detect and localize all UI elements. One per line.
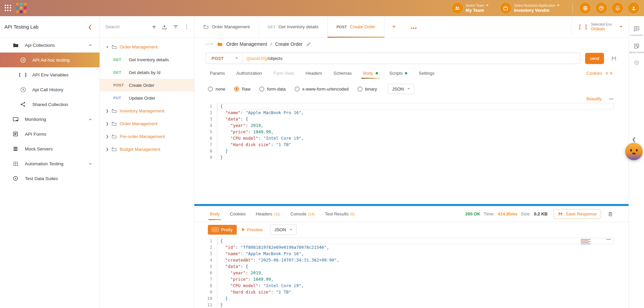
tab-scripts[interactable]: Scripts [389, 66, 408, 80]
chevron-right-icon: ❯ [105, 122, 110, 126]
new-tab-button[interactable]: + [385, 16, 404, 37]
tab-post-create-order[interactable]: POST Create Order [328, 16, 384, 37]
url-input[interactable]: {{baseUrl}}/objects [242, 56, 580, 61]
tree-request-selected[interactable]: POST Create Order [100, 79, 194, 92]
language-button[interactable] [579, 2, 591, 14]
tab-schemas[interactable]: Schemas [334, 66, 352, 80]
sidebar-item-label: Test Data Suites [25, 176, 92, 181]
content-type-select[interactable]: JSON [388, 84, 414, 94]
pretty-view-button[interactable]: <>Pretty [208, 225, 237, 235]
request-body-editor[interactable]: 1{2 "name": "Apple MacBook Pro 16",3 "da… [200, 103, 614, 161]
tab-headers[interactable]: Headers [306, 66, 322, 80]
tree-folder[interactable]: ❯ Pre-order Management [100, 130, 194, 143]
radio-raw[interactable]: Raw [234, 87, 251, 92]
code-expand-icon[interactable]: < > [606, 71, 613, 76]
tree-folder[interactable]: ❯ Order Management [100, 117, 194, 130]
size-value: 0.2 KB [534, 211, 547, 216]
tree-folder[interactable]: ❯ Inventory Management [100, 104, 194, 117]
collapse-editor-handle[interactable] [609, 99, 614, 99]
assistant-mascot-button[interactable] [625, 143, 643, 160]
radio-binary[interactable]: binary [357, 87, 377, 92]
response-format-select[interactable]: JSON [270, 225, 297, 235]
beautify-button[interactable]: Beautify [586, 97, 602, 101]
form-icon [12, 131, 19, 137]
tree-folder[interactable]: ▾ Order Management [100, 40, 194, 53]
comments-label: Comments [630, 34, 643, 37]
sidebar-item-api-call-history[interactable]: Api Call History [0, 82, 100, 97]
tree-folder[interactable]: ❯ Budget Management [100, 143, 194, 156]
collapse-response-handle[interactable] [606, 239, 611, 240]
environment-selector[interactable]: [ ] Selected Env Globals [571, 16, 629, 37]
sidebar-item-monitoring[interactable]: Monitoring [0, 112, 100, 127]
folder-icon [217, 41, 223, 47]
team-selector[interactable]: Select Team My Team [452, 2, 489, 14]
search-input[interactable] [105, 24, 147, 29]
folder-icon [111, 134, 117, 139]
tab-settings[interactable]: Settings [419, 66, 434, 80]
response-tab-console[interactable]: Console(14) [291, 206, 315, 222]
tree-request[interactable]: PUT Update Order [100, 92, 194, 104]
sidebar-item-automation-testing[interactable]: Automation Testing [0, 156, 100, 171]
green-dot-indicator [405, 72, 407, 74]
radio-form-data[interactable]: form-data [259, 87, 286, 92]
sidebar-item-test-data-suites[interactable]: Test Data Suites [0, 171, 100, 186]
more-options-icon[interactable]: ⋮ [184, 24, 189, 30]
tab-overflow-menu[interactable]: ••• [403, 16, 424, 37]
tab-authorization[interactable]: Authorization [236, 66, 262, 80]
response-tab-body[interactable]: Body [210, 206, 220, 222]
send-button[interactable]: send [585, 53, 604, 64]
folder-icon [12, 42, 19, 48]
editor-minimap[interactable] [580, 238, 592, 247]
radio-none[interactable]: none [208, 87, 225, 92]
preview-view-button[interactable]: Preview [242, 227, 263, 232]
brackets-icon: [ ] [20, 71, 26, 78]
expand-more-icon[interactable] [634, 60, 639, 65]
cookies-link[interactable]: Cookies< > [586, 71, 613, 76]
sidebar-item-label: Api Collections [25, 43, 88, 48]
theme-palette-button[interactable] [596, 2, 607, 14]
apps-menu-icon[interactable] [5, 5, 11, 11]
response-tab-cookies[interactable]: Cookies [230, 206, 246, 222]
request-url-row: POST {{baseUrl}}/objects send [194, 50, 629, 66]
sticky-notes-icon[interactable] [633, 43, 640, 49]
response-body-editor[interactable]: 1{2 "id": "ff8081819782e69e0198a78078c21… [200, 238, 614, 308]
tab-body[interactable]: Body [363, 66, 378, 80]
business-app-selector[interactable]: Select Business Application Inventory Ve… [500, 2, 560, 14]
response-tab-test-results[interactable]: Test Results(5) [325, 206, 355, 222]
body-mode-row: none Raw form-data x-www-form-urlencoded… [194, 82, 629, 96]
sidebar-item-mock-servers[interactable]: Mock Servers [0, 141, 100, 156]
left-sidebar: API Testing Lab ❮ Api Collections API Ad… [0, 16, 100, 308]
panel-expand-chevron[interactable]: ❮ [632, 137, 636, 142]
delete-response-icon[interactable] [608, 211, 613, 217]
sidebar-item-api-adhoc-testing[interactable]: API Ad-hoc testing [0, 53, 100, 67]
server-list-icon [12, 145, 19, 152]
profile-button[interactable] [628, 2, 639, 14]
save-response-button[interactable]: Save Response [554, 209, 601, 219]
app-logo[interactable] [16, 3, 27, 13]
circle-icon [12, 175, 19, 182]
sidebar-item-shared-collection[interactable]: Shared Collection [0, 97, 100, 112]
tab-get-inventory-details[interactable]: GET Get Inventory details [259, 16, 328, 37]
breadcrumb-request-name: Create Order [275, 41, 303, 47]
tree-request[interactable]: GET Get Inventory details [100, 53, 194, 66]
tab-params[interactable]: Params [210, 66, 225, 80]
sidebar-collapse-icon[interactable]: ❮ [88, 24, 92, 30]
notifications-bell-button[interactable] [612, 2, 623, 14]
add-button[interactable]: + [152, 24, 156, 30]
sidebar-item-api-forms[interactable]: API Forms [0, 127, 100, 141]
comments-icon[interactable] [633, 26, 640, 32]
tab-order-management[interactable]: Order Management [194, 16, 259, 37]
save-request-icon[interactable] [611, 55, 617, 62]
sidebar-item-label: Automation Testing [25, 161, 88, 166]
edit-name-icon[interactable] [306, 42, 311, 47]
sidebar-item-api-env-variables[interactable]: [ ] API Env Variables [0, 67, 100, 82]
brackets-icon: [ ] [578, 24, 588, 30]
method-select[interactable]: POST [206, 53, 242, 64]
sidebar-item-api-collections[interactable]: Api Collections [0, 38, 100, 53]
tree-request[interactable]: GET Get details by Id [100, 66, 194, 79]
import-icon[interactable] [161, 24, 167, 30]
breadcrumb-folder[interactable]: Order Management [226, 41, 267, 47]
radio-x-www-form-urlencoded[interactable]: x-www-form-urlencoded [295, 87, 349, 92]
response-tab-headers[interactable]: Headers(11) [256, 206, 280, 222]
filter-icon[interactable] [173, 24, 179, 30]
